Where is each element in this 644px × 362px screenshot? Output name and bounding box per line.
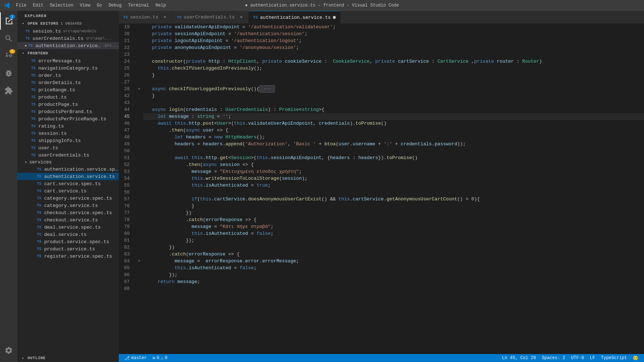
file-order[interactable]: TS order.ts [17,72,119,79]
open-file-authservice[interactable]: ● TS authentication.service.ts src... [17,42,119,49]
settings-icon[interactable] [0,342,17,359]
ln-85: 85 [119,265,133,271]
frontend-chevron: ▾ [20,50,26,56]
file-auth-spec[interactable]: TS authentication.service.sp... [17,166,119,173]
file-orderDetails[interactable]: TS orderDetails.ts [17,79,119,86]
spaces-text: Spaces: 2 [542,355,565,361]
file-errorMessage[interactable]: TS errorMessage.ts [17,57,119,65]
code-line-51: await this.http.get<Session>(this.sessio… [143,154,644,161]
status-language[interactable]: TypeScript [598,355,630,361]
file-userCredentials[interactable]: TS userCredentials.ts [17,151,119,159]
warning-count: 0 [165,355,167,361]
ln-21: 21 [119,37,133,44]
ln-49: 49 [119,141,133,147]
ln-51: 51 [119,154,133,161]
open-file-session[interactable]: TS session.ts src\app\models [17,28,119,35]
code-line-84: message = errorResponse.error.errorMessa… [143,258,644,265]
file-shippingInfo[interactable]: TS shippingInfo.ts [17,137,119,144]
file-checkout-spec[interactable]: TS checkout.service.spec.ts [17,209,119,216]
extensions-icon[interactable] [0,82,17,99]
tab-usercreds-close[interactable]: × [238,14,244,20]
menu-terminal[interactable]: Terminal [125,2,152,9]
frontend-section[interactable]: ▾ FRONTEND [17,49,119,57]
menu-go[interactable]: Go [94,2,105,9]
status-line-ending[interactable]: LF [587,355,598,361]
ln-43: 43 [119,99,133,106]
file-session[interactable]: TS session.ts [17,130,119,137]
source-control-icon[interactable]: 6 [0,47,17,65]
menu-debug[interactable]: Debug [106,2,125,9]
file-productPage[interactable]: TS productPage.ts [17,101,119,108]
ln-76: 76 [119,203,133,209]
tab-authservice-label: authentication.service.ts [260,15,331,20]
ln-27: 27 [119,79,133,86]
status-feedback[interactable]: 😊 [630,355,641,361]
tab-session-close[interactable]: × [162,14,168,20]
file-cart-service[interactable]: TS cart.service.ts [17,187,119,195]
explorer-icon[interactable]: 1 [0,12,17,30]
file-auth-service[interactable]: TS authentication.service.ts [17,173,119,180]
menu-selection[interactable]: Selection [47,2,76,9]
open-file-authservice-label: authentication.service.ts [35,43,102,49]
code-editor[interactable]: 19 20 21 22 23 24 25 26 27 28 42 43 44 4… [119,24,644,354]
file-productsPerPriceRange[interactable]: TS productsPerPriceRange.ts [17,115,119,122]
ln-79: 79 [119,223,133,230]
menu-edit[interactable]: Edit [30,2,46,9]
gutter-57[interactable]: + [136,258,142,265]
open-file-authservice-path: src... [104,43,119,48]
code-line-49: headers = headers.append('Authorization'… [143,141,644,147]
file-rating[interactable]: TS rating.ts [17,122,119,130]
folder-services[interactable]: ▾ services [17,159,119,166]
file-deal-spec[interactable]: TS deal.service.spec.ts [17,224,119,231]
outline-chevron: ▸ [20,355,26,361]
ln-28: 28 [119,86,133,92]
status-line-col[interactable]: Ln 45, Col 28 [499,355,539,361]
file-priceRange[interactable]: TS priceRange.ts [17,86,119,93]
menu-file[interactable]: File [13,2,29,9]
line-col-text: Ln 45, Col 28 [502,355,536,361]
status-bar: ⎇ master ⊗ 0 ⚠ 0 Ln 45, Col 28 Spaces: 2… [119,354,644,362]
file-deal-service[interactable]: TS deal.service.ts [17,231,119,238]
menu-view[interactable]: View [77,2,93,9]
file-product-service[interactable]: TS product.service.ts [17,245,119,253]
fold-indicator-28[interactable]: ··· [259,85,275,93]
file-category-spec[interactable]: TS category.service.spec.ts [17,195,119,202]
status-branch[interactable]: ⎇ master [122,355,150,361]
ts-file-icon: TS [25,28,30,34]
file-user[interactable]: TS user.ts [17,144,119,151]
status-spaces[interactable]: Spaces: 2 [539,355,568,361]
tab-usercreds[interactable]: TS userCredentials.ts × [172,11,249,24]
gutter-28[interactable]: + [136,86,142,92]
file-product[interactable]: TS product.ts [17,93,119,101]
ln-80: 80 [119,230,133,237]
file-navigationCategory[interactable]: TS navigationCategory.ts [17,65,119,72]
open-editors-section[interactable]: ▾ OPEN EDITORS 1 UNSAVED [17,20,119,28]
status-encoding[interactable]: UTF-8 [568,355,587,361]
ln-19: 19 [119,24,133,30]
file-checkout-service[interactable]: TS checkout.service.ts [17,216,119,224]
ln-44: 44 [119,106,133,113]
outline-section[interactable]: ▸ OUTLINE [17,354,119,362]
code-line-80: this.isAuthenticated = false; [143,230,644,237]
tab-session[interactable]: TS session.ts × [119,11,172,24]
open-editors-label: OPEN EDITORS [28,21,58,26]
file-register-spec[interactable]: TS register.service.spec.ts [17,253,119,260]
source-control-badge: 6 [9,49,15,54]
menu-help[interactable]: Help [152,2,169,9]
gutter: + + [136,24,143,354]
debug-icon[interactable] [0,65,17,82]
code-line-43 [143,99,644,106]
code-content[interactable]: private validateUserApiEndpoint = '/auth… [143,24,644,354]
file-cart-spec[interactable]: TS cart.service.spec.ts [17,180,119,187]
file-product-spec[interactable]: TS product.service.spec.ts [17,238,119,245]
file-productsPerBrand[interactable]: TS productsPerBrand.ts [17,108,119,115]
outline-label: OUTLINE [28,356,46,360]
open-file-usercreds-label: userCredentials.ts [33,36,83,41]
search-icon[interactable] [0,30,17,47]
tab-authservice[interactable]: TS authentication.service.ts [249,11,340,24]
encoding-text: UTF-8 [571,355,584,361]
code-line-48: let headers = new HttpHeaders(); [143,134,644,141]
status-errors[interactable]: ⊗ 0 ⚠ 0 [150,355,170,361]
open-file-usercreds[interactable]: TS userCredentials.ts src\app\... [17,35,119,42]
file-category-service[interactable]: TS category.service.ts [17,202,119,209]
